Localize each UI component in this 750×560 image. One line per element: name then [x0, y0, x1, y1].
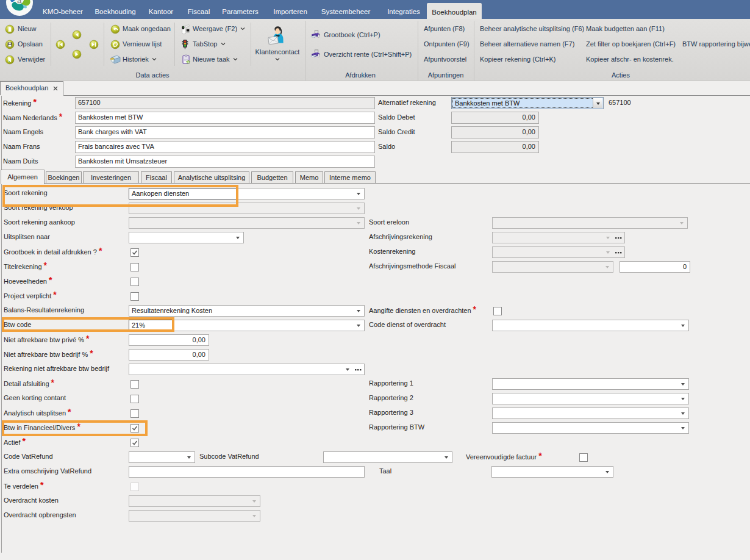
svg-text:a: a [17, 0, 22, 5]
